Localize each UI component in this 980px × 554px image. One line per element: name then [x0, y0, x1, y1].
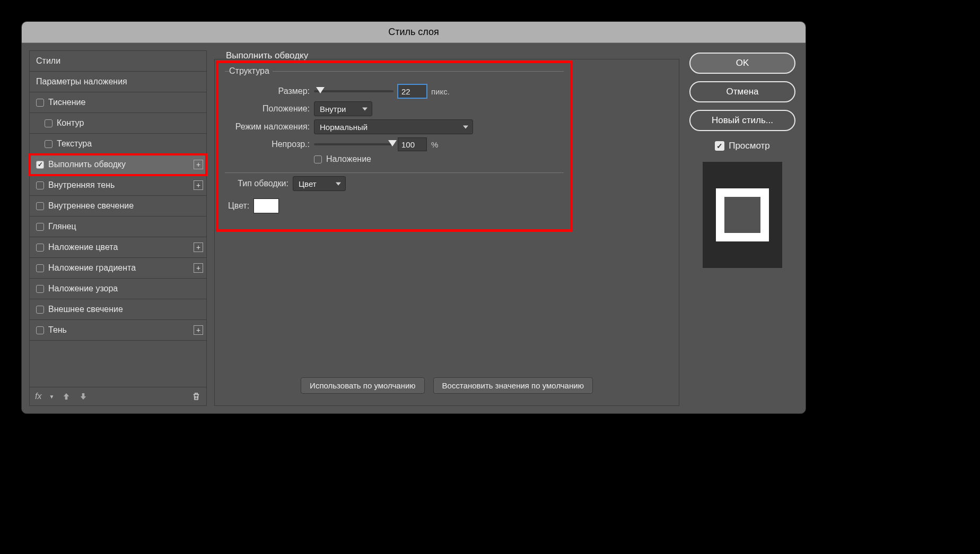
- blendmode-label: Режим наложения:: [225, 122, 310, 132]
- cancel-button[interactable]: Отмена: [689, 81, 795, 102]
- opacity-label: Непрозр.:: [225, 140, 310, 149]
- style-item[interactable]: Глянец: [30, 217, 206, 237]
- trash-icon[interactable]: [191, 392, 201, 401]
- style-item[interactable]: Наложение цвета+: [30, 237, 206, 258]
- style-item[interactable]: Контур: [30, 113, 206, 134]
- fx-menu[interactable]: fx: [35, 392, 41, 401]
- add-effect-icon[interactable]: +: [194, 325, 203, 335]
- preview-thumbnail: [703, 162, 782, 268]
- size-label: Размер:: [225, 86, 310, 96]
- style-item-label: Тиснение: [48, 98, 85, 107]
- position-label: Положение:: [225, 104, 310, 114]
- style-checkbox[interactable]: [36, 99, 44, 107]
- style-item-label: Наложение цвета: [48, 243, 118, 252]
- style-item[interactable]: Текстура: [30, 134, 206, 154]
- style-item-label: Внешнее свечение: [48, 305, 123, 314]
- style-checkbox[interactable]: [36, 306, 44, 314]
- dialog-buttons: OK Отмена Новый стиль... Просмотр: [687, 50, 798, 406]
- style-checkbox[interactable]: [36, 264, 44, 272]
- color-swatch[interactable]: [253, 198, 279, 213]
- add-effect-icon[interactable]: +: [194, 263, 203, 273]
- style-item-label: Тень: [48, 325, 67, 335]
- style-item-label: Наложение узора: [48, 284, 118, 293]
- arrow-down-icon[interactable]: [78, 392, 88, 401]
- position-select[interactable]: Внутри: [314, 101, 372, 116]
- highlighted-settings: Структура Размер: пикс. Положение: Внутр…: [216, 60, 573, 232]
- style-checkbox[interactable]: [36, 244, 44, 252]
- preview-checkbox[interactable]: [715, 141, 724, 151]
- structure-legend: Структура: [229, 66, 273, 76]
- add-effect-icon[interactable]: +: [194, 243, 203, 252]
- opacity-input[interactable]: [398, 137, 427, 151]
- style-item[interactable]: Внутренняя тень+: [30, 175, 206, 196]
- style-item-label: Внутреннее свечение: [48, 201, 134, 211]
- style-item-label: Глянец: [48, 222, 76, 231]
- size-slider[interactable]: [314, 90, 393, 92]
- style-item[interactable]: Наложение узора: [30, 279, 206, 299]
- style-item[interactable]: Внешнее свечение: [30, 299, 206, 320]
- arrow-up-icon[interactable]: [62, 392, 71, 401]
- layer-style-dialog: Стиль слоя Стили Параметры наложения Тис…: [21, 21, 806, 414]
- style-item-label: Текстура: [57, 139, 92, 149]
- ok-button[interactable]: OK: [689, 53, 795, 74]
- window-title: Стиль слоя: [22, 22, 806, 43]
- styles-sidebar: Стили Параметры наложения ТиснениеКонтур…: [29, 50, 207, 406]
- opacity-slider[interactable]: [314, 143, 393, 145]
- style-checkbox[interactable]: [36, 223, 44, 231]
- style-item-label: Наложение градиента: [48, 263, 136, 273]
- add-effect-icon[interactable]: +: [194, 160, 203, 169]
- style-item-label: Контур: [57, 118, 84, 128]
- style-item-label: Внутренняя тень: [48, 180, 115, 190]
- opacity-unit: %: [431, 140, 438, 149]
- options-panel: Выполнить обводку Структура Размер: пикс…: [214, 50, 679, 406]
- overprint-label: Наложение: [326, 154, 371, 164]
- style-item[interactable]: Выполнить обводку+: [30, 154, 206, 175]
- filltype-select[interactable]: Цвет: [293, 176, 346, 191]
- style-checkbox[interactable]: [36, 285, 44, 293]
- style-item[interactable]: Тень+: [30, 320, 206, 341]
- style-item-label: Выполнить обводку: [48, 160, 126, 169]
- style-checkbox[interactable]: [36, 202, 44, 210]
- style-item[interactable]: Тиснение: [30, 92, 206, 113]
- color-label: Цвет:: [228, 201, 249, 211]
- style-checkbox[interactable]: [36, 161, 44, 169]
- style-checkbox[interactable]: [36, 326, 44, 334]
- style-checkbox[interactable]: [45, 140, 52, 148]
- style-checkbox[interactable]: [45, 119, 52, 127]
- style-checkbox[interactable]: [36, 181, 44, 189]
- styles-footer: fx ▼: [30, 387, 206, 405]
- filltype-label: Тип обводки:: [225, 179, 288, 188]
- fx-dropdown-icon[interactable]: ▼: [49, 394, 54, 400]
- reset-to-default-button[interactable]: Восстановить значения по умолчанию: [433, 377, 593, 394]
- make-default-button[interactable]: Использовать по умолчанию: [301, 377, 424, 394]
- style-item[interactable]: Внутреннее свечение: [30, 196, 206, 217]
- new-style-button[interactable]: Новый стиль...: [689, 110, 795, 131]
- blending-options-header[interactable]: Параметры наложения: [30, 72, 206, 92]
- size-unit: пикс.: [431, 87, 450, 96]
- preview-label: Просмотр: [729, 141, 770, 151]
- overprint-checkbox[interactable]: [314, 155, 322, 163]
- blendmode-select[interactable]: Нормальный: [314, 119, 473, 134]
- styles-header[interactable]: Стили: [30, 51, 206, 72]
- size-input[interactable]: [398, 84, 427, 98]
- style-item[interactable]: Наложение градиента+: [30, 258, 206, 279]
- add-effect-icon[interactable]: +: [194, 180, 203, 190]
